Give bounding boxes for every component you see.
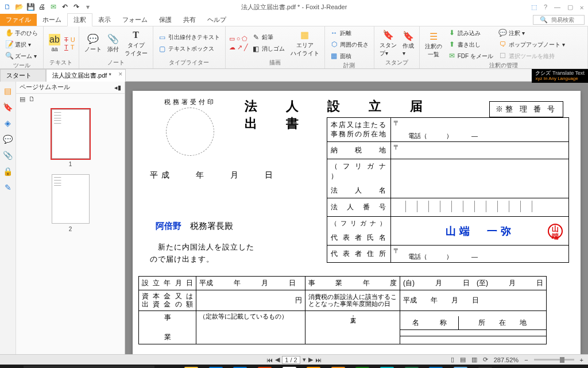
minimize-icon[interactable]: ― <box>554 3 560 11</box>
taskbar-firefox[interactable]: 🦊 <box>301 365 326 368</box>
note-button[interactable]: 💬ノート <box>83 32 103 55</box>
thumbnail-page-1[interactable]: ━━━━━━━━━━━━━━━━━━━━━━━━━━━━━━ <box>52 109 90 159</box>
view-facing-icon[interactable]: ▥ <box>471 356 477 363</box>
arrow-icon[interactable]: ↗ <box>237 44 242 51</box>
perimeter-button[interactable]: ⬡周囲の長さ <box>328 39 370 50</box>
search-input[interactable] <box>550 17 584 23</box>
print-icon[interactable]: 🖨 <box>37 2 47 12</box>
tab-view[interactable]: 表示 <box>92 14 117 26</box>
redo-icon[interactable]: ↷ <box>71 2 82 12</box>
translate-badge[interactable]: クシズ Translate Text xyz In Any Language <box>532 69 588 83</box>
security-icon[interactable]: 🔒 <box>3 167 13 177</box>
first-page-icon[interactable]: ⏮ <box>266 356 273 363</box>
task-view-icon[interactable]: ◱ <box>155 365 179 368</box>
tab-close-icon[interactable]: ✕ <box>118 71 123 77</box>
textbox-button[interactable]: ▢テキストボックス <box>157 44 222 55</box>
page-dropdown-icon[interactable]: ▾ <box>303 356 306 363</box>
oval-icon[interactable]: ○ <box>237 35 241 43</box>
qat-more-icon[interactable]: ▾ <box>83 2 93 12</box>
help-icon[interactable]: ? <box>544 3 547 11</box>
tab-share[interactable]: 共有 <box>177 14 202 26</box>
tab-protect[interactable]: 保護 <box>153 14 177 26</box>
polygon-icon[interactable]: ⬠ <box>242 35 247 43</box>
area-button[interactable]: ▦面積 <box>328 51 370 62</box>
zoom-slider[interactable] <box>534 359 574 361</box>
undo-icon[interactable]: ↶ <box>60 2 70 12</box>
create-stamp-button[interactable]: 🔖作成 ▾ <box>401 29 416 57</box>
taskbar-notepad[interactable]: 📄 <box>448 365 473 368</box>
select-tool[interactable]: 📝選択 ▾ <box>3 39 40 50</box>
taskbar-edge[interactable]: e <box>204 365 228 368</box>
thumb-options-icon[interactable]: 🗋 <box>29 95 35 103</box>
line-icon[interactable]: ╱ <box>244 44 248 51</box>
tab-home[interactable]: ホーム <box>37 14 67 26</box>
zoom-out-icon[interactable]: − <box>524 356 528 363</box>
fdf-mail-button[interactable]: ✉FDF をメール <box>446 51 495 62</box>
distance-button[interactable]: ↔距離 <box>328 28 370 39</box>
zoom-in-icon[interactable]: + <box>580 356 583 363</box>
bookmarks-icon[interactable]: 🔖 <box>3 102 13 113</box>
document-viewport[interactable]: 法 人 設 立 届 出 書 ※整 理 番 号 税務署受付印 平成 年 月 日 阿… <box>125 82 588 354</box>
strikeout-icon[interactable]: T <box>64 36 68 43</box>
tab-document[interactable]: 法人設立届出書.pdf *✕ <box>46 69 126 82</box>
insert-text-icon[interactable]: T <box>71 44 75 51</box>
attachments-icon[interactable]: 📎 <box>3 151 13 161</box>
thumbnail-list[interactable]: ━━━━━━━━━━━━━━━━━━━━━━━━━━━━━━ 1 ━━━━━━━… <box>16 105 125 354</box>
ribbon-toggle-icon[interactable]: ⬚ <box>531 3 537 11</box>
taskbar-store[interactable]: 🛍 <box>229 365 253 368</box>
underline-icon[interactable]: T <box>64 44 68 51</box>
start-button[interactable]: ⊞ <box>0 365 23 368</box>
close-icon[interactable]: ⨉ <box>580 3 583 11</box>
annot-menu[interactable]: 💬注釈 ▾ <box>497 28 567 39</box>
typewriter-button[interactable]: Tタイプ ライター <box>123 28 149 59</box>
area-highlight-button[interactable]: ▦エリア ハイライト <box>289 28 321 59</box>
signatures-icon[interactable]: ✎ <box>3 183 13 193</box>
layers-icon[interactable]: ◈ <box>3 118 13 129</box>
comments-icon[interactable]: 💬 <box>3 135 13 145</box>
tab-file[interactable]: ファイル <box>0 14 37 26</box>
attach-button[interactable]: 📎添付 <box>106 32 121 55</box>
last-page-icon[interactable]: ⏭ <box>315 356 322 363</box>
zoom-tool[interactable]: 🔍ズーム ▾ <box>3 51 40 62</box>
thumbnail-page-2[interactable]: ━━━━━━━━━━━━━━━━━━━━━━━━ <box>52 174 90 224</box>
taskbar-excel[interactable]: X <box>400 365 424 368</box>
cloud-icon[interactable]: ☁ <box>229 44 235 51</box>
taskbar-adobe[interactable]: A <box>473 365 497 368</box>
taskbar-yayoi[interactable]: 弥生16 <box>424 365 448 368</box>
tab-comment[interactable]: 注釈 <box>67 13 92 26</box>
mail-icon[interactable]: ✉ <box>48 2 59 12</box>
hand-tool[interactable]: ✋手のひら <box>3 28 40 39</box>
view-single-icon[interactable]: ▯ <box>451 356 454 363</box>
zoom-value[interactable]: 287.52% <box>494 356 519 363</box>
save-icon[interactable]: 💾 <box>25 2 36 12</box>
highlight-button[interactable]: abaa <box>47 33 62 53</box>
thumbs-icon[interactable]: ▤ <box>3 86 13 97</box>
taskbar-explorer[interactable]: 📁 <box>179 365 203 368</box>
taskbar-search[interactable]: ○ WebとWindowsを検索 <box>24 366 154 368</box>
popup-menu[interactable]: 🗨ポップアップノート ▾ <box>497 39 567 50</box>
taskbar-app1[interactable]: ◆ <box>253 365 277 368</box>
annot-list-button[interactable]: ☰注釈の 一覧 <box>423 29 444 60</box>
tab-form[interactable]: フォーム <box>117 14 153 26</box>
new-icon[interactable]: 🗋 <box>2 2 13 12</box>
page-number-field[interactable]: 1 / 2 <box>282 356 300 364</box>
import-button[interactable]: ⬇読み込み <box>446 28 495 39</box>
eraser-button[interactable]: ◧消しゴム <box>250 44 287 55</box>
taskbar-app2[interactable]: ▣ <box>351 365 375 368</box>
panel-collapse-icon[interactable]: ◂▮ <box>114 84 121 91</box>
prev-page-icon[interactable]: ◀ <box>275 356 280 363</box>
maximize-icon[interactable]: ▢ <box>567 3 573 11</box>
tab-help[interactable]: ヘルプ <box>202 14 232 26</box>
view-rotate-icon[interactable]: ⟳ <box>483 356 488 363</box>
view-continuous-icon[interactable]: ▤ <box>460 356 466 363</box>
search-box[interactable]: 🔍 <box>533 15 585 25</box>
pencil-button[interactable]: ✎鉛筆 <box>250 32 287 43</box>
rect-icon[interactable]: ▭ <box>229 35 235 43</box>
taskbar-app3[interactable]: ◎ <box>375 365 399 368</box>
stamp-button[interactable]: 🔖スタン プ▾ <box>378 28 399 59</box>
tab-start[interactable]: スタート <box>0 69 46 82</box>
export-button[interactable]: ⬆書き出し <box>446 39 495 50</box>
taskbar-chrome[interactable]: ◉ <box>277 365 301 368</box>
callout-button[interactable]: ▭引出線付きテキスト <box>157 32 222 43</box>
next-page-icon[interactable]: ▶ <box>308 356 313 363</box>
